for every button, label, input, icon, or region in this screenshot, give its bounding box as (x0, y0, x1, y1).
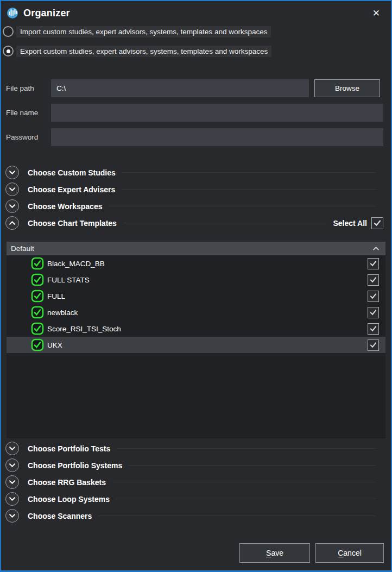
chart-templates-panel: Default Black_MACD_BB FULL STATS (7, 242, 385, 438)
section-label: Choose Workspaces (28, 202, 102, 211)
template-row[interactable]: FULL (7, 288, 385, 304)
template-checked-icon (31, 273, 44, 286)
chevron-down-icon[interactable] (5, 509, 19, 523)
divider (116, 499, 376, 499)
footer: Save Cancel (1, 543, 391, 570)
section-label: Choose Expert Advisers (28, 185, 115, 194)
export-form: File path Browse File name Password (1, 79, 391, 146)
template-row-selected[interactable]: UKX (7, 337, 385, 353)
template-row[interactable]: newblack (7, 304, 385, 320)
divider (98, 516, 376, 516)
chevron-down-icon[interactable] (5, 199, 19, 213)
divider (122, 189, 376, 190)
radio-export-label: Export custom studies, expert advisors, … (16, 46, 271, 57)
file-name-row: File name (1, 104, 391, 122)
section-label: Choose Chart Templates (28, 219, 117, 228)
section-label: Choose Loop Systems (28, 495, 110, 504)
section-chart-templates[interactable]: Choose Chart Templates Select All (1, 216, 391, 230)
section-custom-studies[interactable]: Choose Custom Studies (1, 166, 391, 179)
template-checked-icon (31, 322, 44, 335)
template-label: Black_MACD_BB (47, 260, 105, 268)
section-workspaces[interactable]: Choose Workspaces (1, 199, 391, 213)
file-name-input[interactable] (51, 104, 383, 122)
select-all-label: Select All (333, 219, 367, 228)
template-label: UKX (47, 341, 62, 349)
template-checked-icon (31, 290, 44, 303)
chevron-down-icon[interactable] (5, 442, 19, 455)
chevron-down-icon[interactable] (5, 458, 19, 472)
radio-import-label: Import custom studies, expert advisors, … (16, 26, 271, 37)
template-checked-icon (31, 338, 44, 351)
divider (129, 465, 376, 466)
template-label: FULL STATS (47, 276, 90, 284)
section-scanners[interactable]: Choose Scanners (1, 509, 391, 523)
divider (122, 172, 376, 173)
section-label: Choose RRG Baskets (28, 478, 106, 487)
section-label: Choose Portfolio Systems (28, 461, 122, 470)
section-label: Choose Portfolio Tests (28, 444, 110, 453)
divider (109, 206, 376, 206)
password-input[interactable] (51, 128, 383, 146)
organizer-dialog: Organizer ✕ Import custom studies, exper… (0, 0, 392, 572)
browse-button[interactable]: Browse (314, 79, 380, 97)
divider (123, 223, 326, 223)
template-label: Score_RSI_TSI_Stoch (47, 325, 121, 333)
divider (117, 448, 376, 449)
section-rrg-baskets[interactable]: Choose RRG Baskets (1, 475, 391, 489)
section-expert-advisers[interactable]: Choose Expert Advisers (1, 183, 391, 196)
section-loop-systems[interactable]: Choose Loop Systems (1, 492, 391, 506)
group-header-default[interactable]: Default (7, 242, 385, 255)
template-checkbox[interactable] (368, 323, 379, 335)
template-checkbox[interactable] (368, 340, 379, 351)
dialog-title: Organizer (23, 8, 70, 19)
close-icon[interactable]: ✕ (369, 7, 383, 20)
template-row[interactable]: FULL STATS (7, 272, 385, 288)
chevron-down-icon[interactable] (5, 492, 19, 506)
template-checked-icon (31, 306, 44, 319)
template-checkbox[interactable] (368, 307, 379, 318)
password-row: Password (1, 128, 391, 146)
chevron-down-icon[interactable] (5, 475, 19, 489)
chevron-down-icon[interactable] (5, 183, 19, 196)
section-label: Choose Scanners (28, 512, 92, 520)
divider (112, 482, 376, 482)
file-path-row: File path Browse (1, 79, 391, 97)
template-checkbox[interactable] (368, 291, 379, 302)
radio-import-mode[interactable]: Import custom studies, expert advisors, … (3, 25, 391, 38)
section-label: Choose Custom Studies (28, 168, 116, 177)
template-row[interactable]: Score_RSI_TSI_Stoch (7, 320, 385, 337)
template-checked-icon (31, 257, 44, 270)
title-bar: Organizer ✕ (1, 1, 391, 25)
chevron-up-icon[interactable] (5, 216, 19, 230)
section-portfolio-tests[interactable]: Choose Portfolio Tests (1, 442, 391, 455)
chevron-up-icon[interactable] (373, 247, 379, 250)
sections-top: Choose Custom Studies Choose Expert Advi… (1, 166, 391, 233)
radio-export-mode[interactable]: Export custom studies, expert advisors, … (3, 45, 391, 58)
file-name-label: File name (1, 109, 51, 117)
template-row[interactable]: Black_MACD_BB (7, 255, 385, 272)
radio-button[interactable] (3, 26, 14, 37)
chevron-down-icon[interactable] (5, 166, 19, 179)
template-label: newblack (47, 309, 78, 317)
app-logo-icon (7, 7, 18, 19)
file-path-label: File path (1, 84, 51, 92)
template-label: FULL (47, 292, 65, 300)
cancel-button[interactable]: Cancel (315, 543, 384, 563)
sections-bottom: Choose Portfolio Tests Choose Portfolio … (1, 442, 391, 526)
save-button[interactable]: Save (239, 543, 310, 563)
group-label: Default (11, 244, 34, 253)
file-path-input[interactable] (51, 79, 309, 97)
select-all-checkbox[interactable] (371, 217, 383, 229)
section-portfolio-systems[interactable]: Choose Portfolio Systems (1, 458, 391, 472)
radio-button[interactable] (3, 46, 14, 56)
password-label: Password (1, 133, 51, 141)
template-checkbox[interactable] (368, 274, 379, 286)
select-all-control[interactable]: Select All (333, 217, 383, 229)
template-checkbox[interactable] (368, 258, 379, 269)
